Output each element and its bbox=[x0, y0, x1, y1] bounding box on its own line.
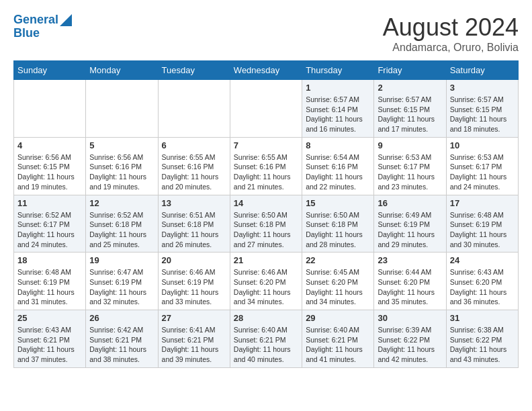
day-info: Sunrise: 6:55 AMSunset: 6:16 PMDaylight:… bbox=[234, 152, 298, 192]
day-cell: 13Sunrise: 6:51 AMSunset: 6:18 PMDayligh… bbox=[158, 195, 230, 253]
day-cell: 7Sunrise: 6:55 AMSunset: 6:16 PMDaylight… bbox=[230, 137, 302, 195]
day-cell: 22Sunrise: 6:45 AMSunset: 6:20 PMDayligh… bbox=[302, 253, 374, 310]
day-info: Sunrise: 6:57 AMSunset: 6:15 PMDaylight:… bbox=[450, 95, 515, 134]
day-info: Sunrise: 6:43 AMSunset: 6:20 PMDaylight:… bbox=[450, 267, 515, 307]
day-cell: 14Sunrise: 6:50 AMSunset: 6:18 PMDayligh… bbox=[230, 195, 302, 253]
day-cell: 20Sunrise: 6:46 AMSunset: 6:19 PMDayligh… bbox=[158, 253, 230, 310]
day-cell: 6Sunrise: 6:55 AMSunset: 6:16 PMDaylight… bbox=[158, 137, 230, 195]
day-number: 6 bbox=[162, 140, 226, 150]
day-info: Sunrise: 6:41 AMSunset: 6:21 PMDaylight:… bbox=[162, 325, 226, 365]
day-cell bbox=[158, 80, 230, 138]
col-header-sunday: Sunday bbox=[14, 61, 86, 80]
day-cell bbox=[14, 80, 86, 138]
day-cell: 2Sunrise: 6:57 AMSunset: 6:15 PMDaylight… bbox=[374, 80, 446, 138]
day-info: Sunrise: 6:57 AMSunset: 6:15 PMDaylight:… bbox=[378, 95, 442, 134]
day-number: 21 bbox=[234, 255, 298, 265]
day-number: 25 bbox=[17, 313, 82, 323]
day-cell: 17Sunrise: 6:48 AMSunset: 6:19 PMDayligh… bbox=[446, 195, 518, 253]
day-info: Sunrise: 6:52 AMSunset: 6:17 PMDaylight:… bbox=[17, 210, 82, 250]
day-cell: 21Sunrise: 6:46 AMSunset: 6:20 PMDayligh… bbox=[230, 253, 302, 310]
day-number: 11 bbox=[17, 198, 82, 208]
day-cell: 10Sunrise: 6:53 AMSunset: 6:17 PMDayligh… bbox=[446, 137, 518, 195]
day-number: 1 bbox=[306, 83, 370, 93]
day-info: Sunrise: 6:50 AMSunset: 6:18 PMDaylight:… bbox=[306, 210, 370, 250]
day-number: 22 bbox=[306, 255, 370, 265]
day-number: 17 bbox=[450, 198, 515, 208]
day-number: 20 bbox=[162, 255, 226, 265]
day-number: 5 bbox=[89, 140, 154, 150]
day-number: 7 bbox=[234, 140, 298, 150]
day-cell: 25Sunrise: 6:43 AMSunset: 6:21 PMDayligh… bbox=[14, 310, 86, 368]
logo: General Blue bbox=[13, 13, 72, 40]
day-number: 4 bbox=[17, 140, 82, 150]
day-cell: 1Sunrise: 6:57 AMSunset: 6:14 PMDaylight… bbox=[302, 80, 374, 138]
day-number: 16 bbox=[378, 198, 442, 208]
day-number: 14 bbox=[234, 198, 298, 208]
day-info: Sunrise: 6:50 AMSunset: 6:18 PMDaylight:… bbox=[234, 210, 298, 250]
day-number: 8 bbox=[306, 140, 370, 150]
day-cell: 8Sunrise: 6:54 AMSunset: 6:16 PMDaylight… bbox=[302, 137, 374, 195]
logo-text-general: General bbox=[13, 13, 58, 27]
day-cell: 3Sunrise: 6:57 AMSunset: 6:15 PMDaylight… bbox=[446, 80, 518, 138]
day-info: Sunrise: 6:51 AMSunset: 6:18 PMDaylight:… bbox=[162, 210, 226, 250]
day-cell: 9Sunrise: 6:53 AMSunset: 6:17 PMDaylight… bbox=[374, 137, 446, 195]
day-cell: 12Sunrise: 6:52 AMSunset: 6:18 PMDayligh… bbox=[86, 195, 158, 253]
col-header-saturday: Saturday bbox=[446, 61, 518, 80]
day-number: 28 bbox=[234, 313, 298, 323]
day-info: Sunrise: 6:42 AMSunset: 6:21 PMDaylight:… bbox=[89, 325, 154, 365]
day-info: Sunrise: 6:54 AMSunset: 6:16 PMDaylight:… bbox=[306, 152, 370, 192]
day-info: Sunrise: 6:40 AMSunset: 6:21 PMDaylight:… bbox=[234, 325, 298, 365]
calendar-title: August 2024 bbox=[383, 13, 519, 42]
day-number: 26 bbox=[89, 313, 154, 323]
day-number: 2 bbox=[378, 83, 442, 93]
day-info: Sunrise: 6:44 AMSunset: 6:20 PMDaylight:… bbox=[378, 267, 442, 307]
week-row-4: 18Sunrise: 6:48 AMSunset: 6:19 PMDayligh… bbox=[14, 253, 519, 310]
calendar-title-block: August 2024 Andamarca, Oruro, Bolivia bbox=[383, 13, 519, 54]
page-header: General Blue August 2024 Andamarca, Orur… bbox=[13, 13, 519, 54]
day-cell: 15Sunrise: 6:50 AMSunset: 6:18 PMDayligh… bbox=[302, 195, 374, 253]
day-cell: 16Sunrise: 6:49 AMSunset: 6:19 PMDayligh… bbox=[374, 195, 446, 253]
calendar-subtitle: Andamarca, Oruro, Bolivia bbox=[383, 42, 519, 54]
day-cell: 28Sunrise: 6:40 AMSunset: 6:21 PMDayligh… bbox=[230, 310, 302, 368]
week-row-5: 25Sunrise: 6:43 AMSunset: 6:21 PMDayligh… bbox=[14, 310, 519, 368]
day-number: 27 bbox=[162, 313, 226, 323]
days-header-row: SundayMondayTuesdayWednesdayThursdayFrid… bbox=[14, 61, 519, 80]
day-info: Sunrise: 6:40 AMSunset: 6:21 PMDaylight:… bbox=[306, 325, 370, 365]
day-info: Sunrise: 6:55 AMSunset: 6:16 PMDaylight:… bbox=[162, 152, 226, 192]
day-cell: 23Sunrise: 6:44 AMSunset: 6:20 PMDayligh… bbox=[374, 253, 446, 310]
week-row-2: 4Sunrise: 6:56 AMSunset: 6:15 PMDaylight… bbox=[14, 137, 519, 195]
day-number: 9 bbox=[378, 140, 442, 150]
day-number: 13 bbox=[162, 198, 226, 208]
day-cell bbox=[86, 80, 158, 138]
day-number: 23 bbox=[378, 255, 442, 265]
day-cell: 19Sunrise: 6:47 AMSunset: 6:19 PMDayligh… bbox=[86, 253, 158, 310]
day-cell: 18Sunrise: 6:48 AMSunset: 6:19 PMDayligh… bbox=[14, 253, 86, 310]
day-cell: 29Sunrise: 6:40 AMSunset: 6:21 PMDayligh… bbox=[302, 310, 374, 368]
day-info: Sunrise: 6:45 AMSunset: 6:20 PMDaylight:… bbox=[306, 267, 370, 307]
day-number: 30 bbox=[378, 313, 442, 323]
day-cell: 26Sunrise: 6:42 AMSunset: 6:21 PMDayligh… bbox=[86, 310, 158, 368]
col-header-tuesday: Tuesday bbox=[158, 61, 230, 80]
day-info: Sunrise: 6:56 AMSunset: 6:15 PMDaylight:… bbox=[17, 152, 82, 192]
day-number: 19 bbox=[89, 255, 154, 265]
week-row-3: 11Sunrise: 6:52 AMSunset: 6:17 PMDayligh… bbox=[14, 195, 519, 253]
day-number: 31 bbox=[450, 313, 515, 323]
day-info: Sunrise: 6:57 AMSunset: 6:14 PMDaylight:… bbox=[306, 95, 370, 134]
week-row-1: 1Sunrise: 6:57 AMSunset: 6:14 PMDaylight… bbox=[14, 80, 519, 138]
col-header-wednesday: Wednesday bbox=[230, 61, 302, 80]
day-info: Sunrise: 6:53 AMSunset: 6:17 PMDaylight:… bbox=[450, 152, 515, 192]
day-info: Sunrise: 6:46 AMSunset: 6:19 PMDaylight:… bbox=[162, 267, 226, 307]
day-cell: 11Sunrise: 6:52 AMSunset: 6:17 PMDayligh… bbox=[14, 195, 86, 253]
day-number: 15 bbox=[306, 198, 370, 208]
day-cell: 24Sunrise: 6:43 AMSunset: 6:20 PMDayligh… bbox=[446, 253, 518, 310]
day-cell bbox=[230, 80, 302, 138]
calendar-table: SundayMondayTuesdayWednesdayThursdayFrid… bbox=[13, 60, 519, 368]
day-info: Sunrise: 6:56 AMSunset: 6:16 PMDaylight:… bbox=[89, 152, 154, 192]
day-info: Sunrise: 6:43 AMSunset: 6:21 PMDaylight:… bbox=[17, 325, 82, 365]
svg-marker-0 bbox=[60, 14, 72, 26]
col-header-thursday: Thursday bbox=[302, 61, 374, 80]
day-info: Sunrise: 6:38 AMSunset: 6:22 PMDaylight:… bbox=[450, 325, 515, 365]
day-info: Sunrise: 6:49 AMSunset: 6:19 PMDaylight:… bbox=[378, 210, 442, 250]
day-info: Sunrise: 6:52 AMSunset: 6:18 PMDaylight:… bbox=[89, 210, 154, 250]
day-number: 29 bbox=[306, 313, 370, 323]
